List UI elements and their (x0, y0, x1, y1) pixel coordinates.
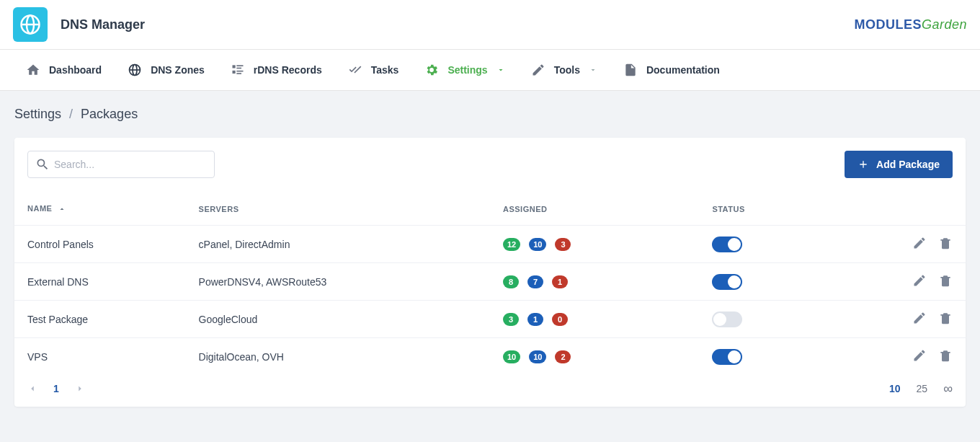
cell-name: VPS (14, 338, 186, 376)
nav-settings[interactable]: Settings (411, 50, 517, 90)
cell-assigned: 871 (490, 263, 699, 301)
app-logo (13, 7, 48, 42)
col-servers[interactable]: SERVERS (186, 193, 490, 226)
pencil-icon (912, 236, 927, 250)
assigned-badge-blue: 10 (529, 238, 546, 251)
globe-icon (128, 63, 142, 77)
cell-assigned: 12103 (490, 226, 699, 263)
trash-icon (938, 273, 953, 288)
svg-rect-9 (232, 71, 235, 74)
cell-status (699, 263, 842, 301)
delete-button[interactable] (938, 236, 953, 252)
nav-dashboard[interactable]: Dashboard (13, 50, 115, 90)
assigned-badge-red: 1 (552, 275, 568, 288)
sort-asc-icon (58, 205, 66, 213)
doc-icon (623, 63, 638, 77)
assigned-badge-red: 2 (555, 350, 571, 363)
page-size-option[interactable]: ∞ (943, 382, 953, 395)
pencil-icon (912, 273, 927, 288)
home-icon (26, 63, 40, 77)
cell-servers: PowerDNSV4, AWSRoute53 (186, 263, 490, 301)
cell-servers: GoogleCloud (186, 301, 490, 338)
table-row: External DNSPowerDNSV4, AWSRoute53871 (14, 263, 966, 301)
nav-dns-zones[interactable]: DNS Zones (115, 50, 218, 90)
nav-tasks[interactable]: Tasks (335, 50, 412, 90)
next-page-icon[interactable] (75, 384, 85, 394)
assigned-badge-blue: 10 (529, 350, 546, 363)
cell-status (699, 226, 842, 263)
edit-button[interactable] (912, 311, 927, 327)
plus-icon (858, 159, 869, 170)
cell-servers: DigitalOcean, OVH (186, 338, 490, 376)
edit-button[interactable] (912, 273, 927, 290)
gear-icon (424, 63, 439, 77)
cell-assigned: 310 (490, 301, 699, 338)
delete-button[interactable] (938, 348, 953, 365)
chevron-down-icon (496, 66, 505, 74)
page-size-option[interactable]: 10 (889, 383, 901, 394)
table-row: Test PackageGoogleCloud310 (14, 301, 966, 338)
status-toggle[interactable] (712, 349, 742, 365)
col-assigned[interactable]: ASSIGNED (490, 193, 699, 226)
table-row: VPSDigitalOcean, OVH10102 (14, 338, 966, 376)
svg-rect-7 (236, 65, 243, 66)
delete-button[interactable] (938, 273, 953, 290)
edit-button[interactable] (912, 236, 927, 252)
col-status[interactable]: STATUS (699, 193, 842, 226)
pencil-icon (912, 348, 927, 363)
breadcrumb-settings[interactable]: Settings (14, 107, 61, 121)
trash-icon (938, 311, 953, 325)
breadcrumb: Settings / Packages (0, 91, 980, 138)
svg-rect-8 (236, 68, 241, 69)
pencil-icon (912, 311, 927, 325)
pencil-icon (531, 63, 545, 77)
search-icon (35, 157, 50, 172)
col-name[interactable]: NAME (14, 193, 186, 226)
assigned-badge-blue: 1 (527, 313, 543, 326)
nav-rdns-records[interactable]: rDNS Records (218, 50, 335, 90)
cell-name: Control Panels (14, 226, 186, 263)
current-page[interactable]: 1 (53, 383, 59, 394)
trash-icon (938, 236, 953, 250)
checks-icon (348, 63, 362, 77)
nav-documentation[interactable]: Documentation (610, 50, 733, 90)
cell-servers: cPanel, DirectAdmin (186, 226, 490, 263)
brand-logo: MODULESGarden (854, 17, 967, 32)
svg-rect-10 (236, 71, 243, 72)
prev-page-icon[interactable] (27, 384, 37, 394)
assigned-badge-red: 3 (555, 238, 571, 251)
nav-tools[interactable]: Tools (518, 50, 610, 90)
trash-icon (938, 348, 953, 363)
page-size-selector: 1025∞ (889, 382, 953, 395)
cell-name: Test Package (14, 301, 186, 338)
cell-status (699, 338, 842, 376)
chevron-down-icon (589, 66, 597, 74)
list-icon (231, 63, 245, 77)
assigned-badge-green: 3 (503, 313, 519, 326)
assigned-badge-red: 0 (552, 313, 568, 326)
assigned-badge-green: 10 (503, 350, 520, 363)
search-input-wrap[interactable] (27, 151, 215, 178)
page-size-option[interactable]: 25 (917, 383, 928, 394)
cell-status (699, 301, 842, 338)
edit-button[interactable] (912, 348, 927, 365)
cell-name: External DNS (14, 263, 186, 301)
add-package-button[interactable]: Add Package (845, 151, 953, 178)
top-nav: DashboardDNS ZonesrDNS RecordsTasksSetti… (0, 50, 980, 91)
status-toggle[interactable] (712, 311, 742, 327)
assigned-badge-green: 12 (503, 238, 520, 251)
delete-button[interactable] (938, 311, 953, 327)
breadcrumb-packages: Packages (81, 107, 138, 121)
status-toggle[interactable] (712, 274, 742, 290)
table-row: Control PanelscPanel, DirectAdmin12103 (14, 226, 966, 263)
cell-assigned: 10102 (490, 338, 699, 376)
search-input[interactable] (54, 159, 207, 170)
status-toggle[interactable] (712, 237, 742, 252)
app-title: DNS Manager (61, 17, 145, 32)
assigned-badge-blue: 7 (527, 275, 543, 288)
svg-rect-11 (236, 73, 241, 74)
svg-rect-6 (232, 65, 235, 68)
assigned-badge-green: 8 (503, 275, 519, 288)
pager: 1 (27, 383, 85, 394)
